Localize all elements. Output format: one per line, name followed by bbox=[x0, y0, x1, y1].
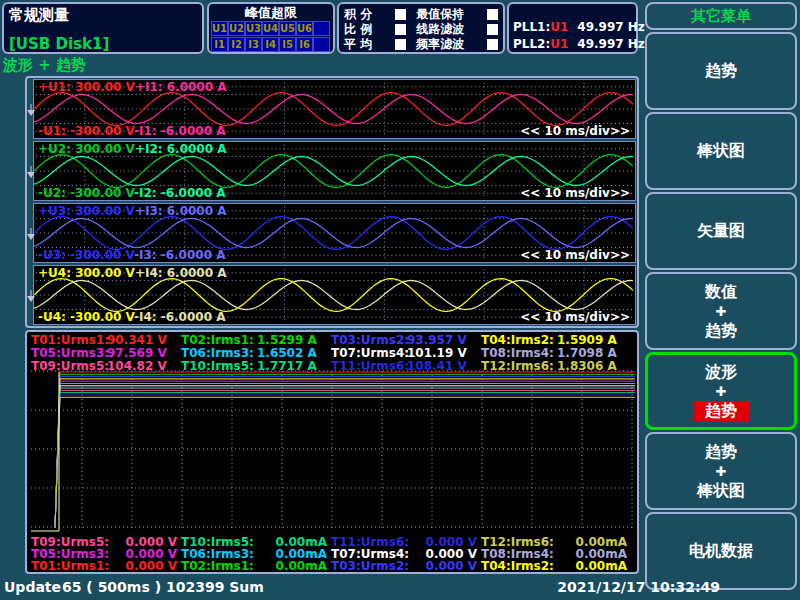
options-column-left: 积 分比 例平 均 bbox=[344, 7, 406, 49]
sidebar-item-line: 波形 bbox=[705, 362, 737, 382]
pll-source: U1 bbox=[550, 20, 568, 34]
sidebar-item-numeric-trend[interactable]: 数值✚趋势 bbox=[645, 272, 797, 350]
plus-icon: ✚ bbox=[716, 305, 727, 318]
trend-channel-name: T11:Urms6: bbox=[331, 360, 407, 373]
pll-value: 49.997 Hz bbox=[577, 20, 645, 34]
pll-box: PLL1:U149.997 HzPLL2:U149.997 Hz bbox=[507, 2, 638, 54]
trend-channel-name: T10:Irms5: bbox=[181, 360, 257, 373]
peak-overlimit-current-row: I1I2I3I4I5I6 bbox=[211, 37, 331, 52]
view-mode-label: 波形 + 趋势 bbox=[3, 56, 86, 75]
trend-line-11 bbox=[55, 395, 635, 528]
waveform-display-area: +U1: 300.00 V+I1: 6.0000 A-U1: -300.00 V… bbox=[25, 76, 639, 328]
sidebar-item-line: 矢量图 bbox=[697, 221, 745, 241]
u-scale-label: -U1: -300.00 V bbox=[38, 124, 134, 138]
waveform-scale-labels-bottom: -U2: -300.00 V-I2: -6.0000 A bbox=[38, 186, 225, 200]
u-scale-label: +U1: 300.00 V bbox=[38, 80, 135, 94]
other-menu-label: 其它菜单 bbox=[691, 7, 751, 26]
sidebar-item-waveform-trend[interactable]: 波形✚趋势 bbox=[645, 352, 797, 430]
measurement-mode-label: 常规测量 bbox=[9, 6, 69, 25]
waveform-scale-labels-top: +U4: 300.00 V+I4: 6.0000 A bbox=[38, 266, 227, 280]
trend-label-t12-irms6: T12:Irms6:1.8306 A bbox=[481, 360, 617, 373]
average-toggle-row: 平 均 bbox=[344, 37, 406, 52]
pll-label: PLL2: bbox=[513, 37, 550, 51]
u-scale-label: -U4: -300.00 V bbox=[38, 310, 134, 324]
peak-cell-u4: U4 bbox=[262, 21, 279, 36]
integration-checkbox[interactable] bbox=[395, 9, 406, 20]
i-scale-label: +I3: 6.0000 A bbox=[135, 204, 227, 218]
update-counter: 65 ( 500ms ) 102399 Sum bbox=[62, 579, 264, 595]
frequency-filter-checkbox[interactable] bbox=[487, 39, 498, 50]
trend-channel-name: T04:Irms2: bbox=[481, 561, 565, 572]
plus-icon: ✚ bbox=[716, 465, 727, 478]
average-checkbox[interactable] bbox=[395, 39, 406, 50]
pll-value: 49.997 Hz bbox=[577, 37, 645, 51]
i-scale-label: -I3: -6.0000 A bbox=[134, 248, 226, 262]
peak-cell-u5: U5 bbox=[279, 21, 296, 36]
trend-channel-name: T03:Urms2: bbox=[331, 561, 415, 572]
timebase-label: << 10 ms/div>> bbox=[520, 310, 630, 324]
ratio-toggle-row: 比 例 bbox=[344, 22, 406, 37]
u-scale-label: +U4: 300.00 V bbox=[38, 266, 135, 280]
sidebar-item-line: 数值 bbox=[705, 282, 737, 302]
sidebar-item-line: 棒状图 bbox=[697, 141, 745, 161]
trend-label-t03-urms2: T03:Urms2:0.000 V bbox=[331, 561, 477, 572]
peak-cell-u6: U6 bbox=[296, 21, 313, 36]
other-menu-button[interactable]: 其它菜单 bbox=[645, 2, 797, 30]
u-scale-label: +U2: 300.00 V bbox=[38, 142, 135, 156]
waveform-scale-labels-top: +U2: 300.00 V+I2: 6.0000 A bbox=[38, 142, 227, 156]
line-filter-toggle-row: 线路滤波 bbox=[416, 22, 498, 37]
sidebar-item-line: 电机数据 bbox=[689, 541, 753, 561]
trend-channel-name: T12:Irms6: bbox=[481, 360, 557, 373]
trend-line-9 bbox=[55, 390, 635, 528]
trend-channel-name: T02:Irms1: bbox=[181, 561, 265, 572]
sidebar-item-trend-bar-graph[interactable]: 趋势✚棒状图 bbox=[645, 432, 797, 510]
peak-overlimit-title: 峰值超限 bbox=[211, 5, 331, 20]
sidebar-item-line: 趋势 bbox=[705, 61, 737, 81]
plus-icon: ✚ bbox=[716, 385, 727, 398]
u-scale-label: -U2: -300.00 V bbox=[38, 186, 134, 200]
u-scale-label: -U3: -300.00 V bbox=[38, 248, 134, 262]
line-filter-checkbox[interactable] bbox=[487, 24, 498, 35]
pll-row-1: PLL1:U149.997 Hz bbox=[513, 18, 632, 35]
trigger-marker-icon bbox=[27, 288, 36, 301]
i-scale-label: -I2: -6.0000 A bbox=[134, 186, 226, 200]
waveform-scale-labels-bottom: -U1: -300.00 V-I1: -6.0000 A bbox=[38, 124, 225, 138]
waveform-scale-labels-bottom: -U4: -300.00 V-I4: -6.0000 A bbox=[38, 310, 225, 324]
trigger-marker-icon bbox=[27, 102, 36, 115]
sidebar-item-trend[interactable]: 趋势 bbox=[645, 32, 797, 110]
max-hold-toggle-row: 最值保持 bbox=[416, 7, 498, 22]
peak-cell-u2: U2 bbox=[228, 21, 245, 36]
sidebar-item-line: 棒状图 bbox=[697, 481, 745, 501]
sidebar-item-vector-diagram[interactable]: 矢量图 bbox=[645, 192, 797, 270]
trend-channel-value: 104.82 V bbox=[107, 360, 167, 373]
trend-line-7 bbox=[55, 386, 635, 528]
trend-cursor[interactable] bbox=[31, 372, 59, 531]
i-scale-label: -I4: -6.0000 A bbox=[134, 310, 226, 324]
sidebar-item-line: 趋势 bbox=[705, 321, 737, 341]
trend-channel-value: 1.8306 A bbox=[557, 360, 617, 373]
sidebar-item-bar-graph[interactable]: 棒状图 bbox=[645, 112, 797, 190]
trend-channel-value: 1.7717 A bbox=[257, 360, 317, 373]
trend-channel-value: 0.00mA bbox=[265, 561, 327, 572]
peak-cell-empty bbox=[313, 21, 330, 36]
max-hold-checkbox[interactable] bbox=[487, 9, 498, 20]
peak-cell-i2: I2 bbox=[228, 37, 245, 52]
i-scale-label: +I2: 6.0000 A bbox=[135, 142, 227, 156]
trend-label-t02-irms1: T02:Irms1:0.00mA bbox=[181, 561, 327, 572]
power-analyzer-screen: 常规测量 [USB Disk1] 峰值超限 U1U2U3U4U5U6 I1I2I… bbox=[0, 0, 800, 600]
i-scale-label: +I4: 6.0000 A bbox=[135, 266, 227, 280]
peak-overlimit-voltage-row: U1U2U3U4U5U6 bbox=[211, 21, 331, 36]
trend-line-10 bbox=[55, 393, 635, 528]
trend-line-6 bbox=[55, 384, 635, 529]
measurement-mode-box: 常规测量 [USB Disk1] bbox=[2, 2, 204, 54]
u-scale-label: +U3: 300.00 V bbox=[38, 204, 135, 218]
ratio-checkbox[interactable] bbox=[395, 24, 406, 35]
peak-cell-i5: I5 bbox=[279, 37, 296, 52]
frequency-filter-toggle-row: 频率滤波 bbox=[416, 37, 498, 52]
sidebar-item-line: 趋势 bbox=[693, 401, 749, 421]
peak-cell-i6: I6 bbox=[296, 37, 313, 52]
options-column-right: 最值保持线路滤波频率滤波 bbox=[416, 7, 498, 49]
measurement-options-box: 积 分比 例平 均 最值保持线路滤波频率滤波 bbox=[337, 2, 505, 54]
trend-label-t10-irms5: T10:Irms5:1.7717 A bbox=[181, 360, 317, 373]
peak-cell-u1: U1 bbox=[211, 21, 228, 36]
